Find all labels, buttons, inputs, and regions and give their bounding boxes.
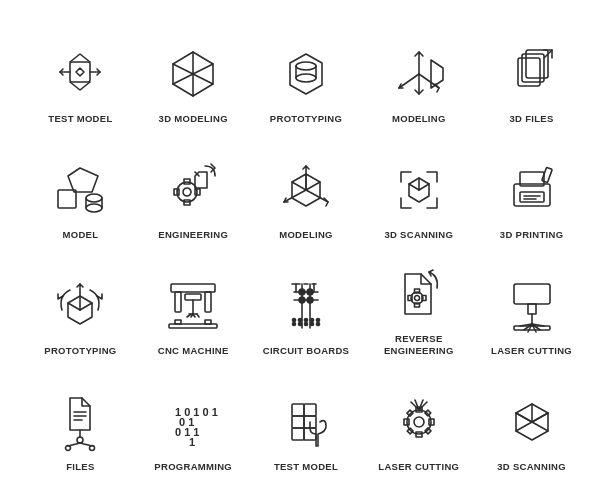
- icon-label-modeling-2: MODELING: [279, 229, 333, 241]
- icon-item-engineering: ENGINEERING: [139, 140, 248, 248]
- svg-rect-0: [70, 62, 90, 82]
- svg-line-6: [193, 74, 213, 84]
- icon-item-reverse-engineering: REVERSE ENGINEERING: [364, 256, 473, 364]
- modeling-icon-2: [272, 156, 340, 224]
- icon-label-3d-files: 3D FILES: [510, 113, 554, 125]
- svg-line-5: [193, 64, 213, 74]
- test-model-icon-1: [46, 40, 114, 108]
- prototyping-icon-2: [46, 272, 114, 340]
- svg-rect-60: [175, 292, 181, 312]
- icon-item-prototyping-1: PROTOTYPING: [252, 24, 361, 132]
- icon-label-test-model-2: TEST MODEL: [274, 461, 338, 473]
- svg-point-76: [299, 289, 305, 295]
- svg-line-9: [173, 64, 193, 74]
- icon-item-programming: 1 0 1 0 1 0 1 0 1 1 1 PROGRAMMING: [139, 371, 248, 479]
- svg-rect-100: [422, 295, 426, 300]
- svg-point-130: [407, 410, 431, 434]
- icon-item-3d-files: 3D FILES: [477, 24, 586, 132]
- icon-item-3d-modeling: 3D MODELING: [139, 24, 248, 132]
- svg-marker-25: [68, 168, 98, 192]
- svg-point-96: [414, 295, 419, 300]
- 3d-files-icon: [498, 40, 566, 108]
- modeling-icon-1: [385, 40, 453, 108]
- svg-point-89: [316, 318, 319, 321]
- svg-rect-126: [292, 416, 304, 428]
- model-icon: [46, 156, 114, 224]
- svg-rect-70: [175, 320, 181, 324]
- svg-point-31: [183, 188, 191, 196]
- svg-rect-62: [185, 294, 201, 300]
- icon-label-3d-scanning-2: 3D SCANNING: [497, 461, 566, 473]
- svg-line-16: [399, 74, 419, 88]
- test-model-icon-2: [272, 388, 340, 456]
- svg-rect-110: [514, 326, 550, 330]
- reverse-engineering-icon: [385, 260, 453, 328]
- svg-rect-102: [528, 304, 536, 314]
- svg-point-14: [296, 74, 316, 82]
- icon-item-prototyping-2: PROTOTYPING: [26, 256, 135, 364]
- svg-rect-125: [304, 404, 316, 416]
- svg-point-93: [310, 322, 313, 325]
- svg-line-68: [197, 314, 199, 317]
- circuit-boards-icon: [272, 272, 340, 340]
- icon-label-cnc-machine: CNC MACHINE: [158, 345, 229, 357]
- icon-item-cnc-machine: CNC MACHINE: [139, 256, 248, 364]
- icon-label-prototyping-1: PROTOTYPING: [270, 113, 342, 125]
- 3d-scanning-icon-2: [498, 388, 566, 456]
- svg-point-11: [296, 62, 316, 70]
- svg-rect-24: [58, 190, 76, 208]
- icon-label-circuit-boards: CIRCUIT BOARDS: [263, 345, 350, 357]
- svg-line-57: [68, 303, 80, 310]
- icon-item-modeling-2: MODELING: [252, 140, 361, 248]
- laser-cutting-icon-1: [498, 272, 566, 340]
- svg-rect-99: [408, 295, 412, 300]
- icon-item-test-model-1: TEST MODEL: [26, 24, 135, 132]
- svg-line-8: [173, 74, 193, 84]
- icon-label-test-model-1: TEST MODEL: [48, 113, 112, 125]
- prototyping-icon-1: [272, 40, 340, 108]
- icon-label-programming: PROGRAMMING: [154, 461, 232, 473]
- svg-rect-101: [514, 284, 550, 304]
- svg-rect-50: [520, 192, 544, 202]
- icon-label-3d-modeling: 3D MODELING: [159, 113, 228, 125]
- icon-item-modeling-1: MODELING: [364, 24, 473, 132]
- icon-label-3d-scanning-1: 3D SCANNING: [384, 229, 453, 241]
- cnc-machine-icon: [159, 272, 227, 340]
- svg-point-79: [307, 297, 313, 303]
- 3d-printing-icon: [498, 156, 566, 224]
- svg-point-90: [292, 322, 295, 325]
- svg-rect-97: [414, 289, 419, 293]
- icon-item-laser-cutting-2: LASER CUTTING: [364, 371, 473, 479]
- svg-rect-124: [292, 404, 304, 416]
- 3d-scanning-icon-1: [385, 156, 453, 224]
- svg-line-115: [80, 443, 92, 446]
- files-icon: [46, 388, 114, 456]
- icon-label-prototyping-2: PROTOTYPING: [44, 345, 116, 357]
- svg-point-94: [316, 322, 319, 325]
- svg-point-87: [304, 318, 307, 321]
- svg-point-29: [86, 204, 102, 212]
- svg-line-46: [419, 184, 429, 190]
- icon-label-modeling-1: MODELING: [392, 113, 446, 125]
- svg-point-111: [77, 437, 83, 443]
- svg-point-91: [298, 322, 301, 325]
- svg-rect-128: [292, 428, 304, 440]
- icon-label-laser-cutting-1: LASER CUTTING: [491, 345, 572, 357]
- icon-item-laser-cutting-1: LASER CUTTING: [477, 256, 586, 364]
- svg-line-47: [409, 184, 419, 190]
- svg-point-26: [86, 194, 102, 202]
- svg-text:0 1 1: 0 1 1: [175, 426, 199, 438]
- svg-rect-59: [171, 284, 215, 292]
- icon-label-files: FILES: [66, 461, 94, 473]
- icon-label-reverse-engineering: REVERSE ENGINEERING: [366, 333, 471, 358]
- icon-label-3d-printing: 3D PRINTING: [500, 229, 563, 241]
- icon-item-3d-scanning-1: 3D SCANNING: [364, 140, 473, 248]
- icon-item-3d-printing: 3D PRINTING: [477, 140, 586, 248]
- svg-rect-53: [541, 168, 551, 183]
- svg-point-78: [299, 297, 305, 303]
- svg-line-39: [306, 182, 320, 190]
- icon-grid: TEST MODEL 3D MODELING: [16, 8, 596, 495]
- icon-item-circuit-boards: CIRCUIT BOARDS: [252, 256, 361, 364]
- 3d-modeling-icon: [159, 40, 227, 108]
- svg-point-86: [298, 318, 301, 321]
